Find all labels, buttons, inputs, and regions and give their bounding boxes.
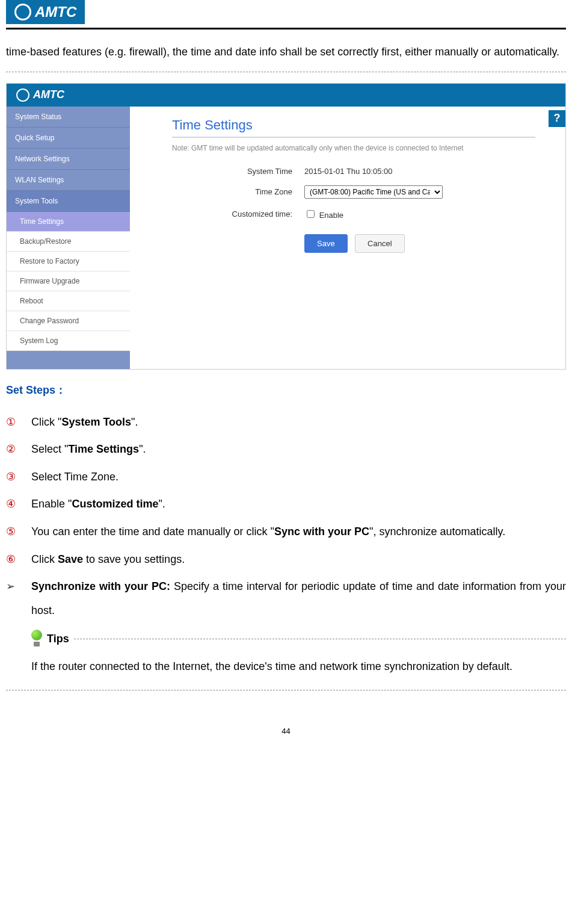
step-3: ③Select Time Zone. [6,465,566,489]
step-text: Enable "Customized time". [31,492,566,516]
sidebar-subitem-restore-to-factory[interactable]: Restore to Factory [7,252,130,271]
row-system-time: System Time 2015-01-01 Thu 10:05:00 [172,167,535,176]
cancel-button[interactable]: Cancel [355,234,404,253]
step-4: ④Enable "Customized time". [6,492,566,516]
sidebar-item-system-status[interactable]: System Status [7,107,130,128]
arrow-bullet-icon: ➢ [6,575,31,622]
sidebar-subitem-time-settings[interactable]: Time Settings [7,212,130,232]
button-row: Save Cancel [172,234,535,253]
page-number: 44 [6,727,566,736]
set-steps-title: Set Steps： [6,383,566,397]
router-ui-frame: AMTC System StatusQuick SetupNetwork Set… [6,83,566,370]
lightbulb-icon [30,630,43,648]
sidebar-item-wlan-settings[interactable]: WLAN Settings [7,170,130,191]
sync-note-text: Synchronize with your PC: Specify a time… [31,575,566,622]
tips-dash [74,639,566,639]
step-2: ②Select "Time Settings". [6,438,566,462]
step-list: ①Click "System Tools".②Select "Time Sett… [6,411,566,572]
tips-row: Tips [30,630,566,648]
label-timezone: Time Zone [172,187,304,196]
ui-content: ? Time Settings Note: GMT time will be u… [130,107,565,369]
step-text: Click Save to save you settings. [31,548,566,572]
sync-note-list: ➢ Synchronize with your PC: Specify a ti… [6,575,566,622]
step-number: ② [6,438,31,462]
ui-topbar: AMTC [7,84,565,107]
step-text: Select "Time Settings". [31,438,566,462]
swirl-icon [16,88,29,102]
sync-note-item: ➢ Synchronize with your PC: Specify a ti… [6,575,566,622]
tips-text: If the router connected to the Internet,… [31,655,566,679]
checkbox-enable[interactable] [307,210,315,218]
label-customized-time: Customized time: [172,209,304,219]
step-number: ⑥ [6,548,31,572]
step-5: ⑤You can enter the time and date manuall… [6,520,566,544]
ui-sidebar: System StatusQuick SetupNetwork Settings… [7,107,130,369]
step-number: ① [6,411,31,435]
step-6: ⑥Click Save to save you settings. [6,548,566,572]
sidebar-subitem-backup-restore[interactable]: Backup/Restore [7,232,130,252]
row-customized-time: Customized time: Enable [172,208,535,220]
step-number: ④ [6,492,31,516]
sidebar-subitem-reboot[interactable]: Reboot [7,291,130,311]
dashed-separator [6,72,566,72]
ui-brand: AMTC [33,88,64,101]
step-text: Select Time Zone. [31,465,566,489]
step-number: ⑤ [6,520,31,544]
sidebar-item-network-settings[interactable]: Network Settings [7,149,130,170]
label-system-time: System Time [172,167,304,176]
footer-dash [6,690,566,690]
sidebar-blank [7,351,130,369]
tips-label: Tips [47,633,69,645]
swirl-icon [14,4,31,20]
sidebar-subitem-system-log[interactable]: System Log [7,331,130,351]
step-text: You can enter the time and date manually… [31,520,566,544]
content-title: Time Settings [172,117,535,138]
step-1: ①Click "System Tools". [6,411,566,435]
step-text: Click "System Tools". [31,411,566,435]
select-timezone[interactable]: (GMT-08:00) Pacific Time (US and Canada [304,185,443,199]
sidebar-subitem-firmware-upgrade[interactable]: Firmware Upgrade [7,271,130,291]
checkbox-label: Enable [319,211,343,220]
header-underline [6,28,566,29]
step-number: ③ [6,465,31,489]
save-button[interactable]: Save [304,234,348,253]
intro-paragraph: time-based features (e.g. firewall), the… [6,40,566,64]
sidebar-item-system-tools[interactable]: System Tools [7,191,130,212]
help-icon[interactable]: ? [549,110,565,127]
doc-header-logo: AMTC [6,0,85,24]
sidebar-item-quick-setup[interactable]: Quick Setup [7,128,130,149]
sidebar-subitem-change-password[interactable]: Change Password [7,311,130,331]
row-timezone: Time Zone (GMT-08:00) Pacific Time (US a… [172,185,535,199]
value-system-time: 2015-01-01 Thu 10:05:00 [304,167,393,176]
content-note: Note: GMT time will be updated automatic… [172,144,535,152]
doc-logo-text: AMTC [35,4,76,20]
